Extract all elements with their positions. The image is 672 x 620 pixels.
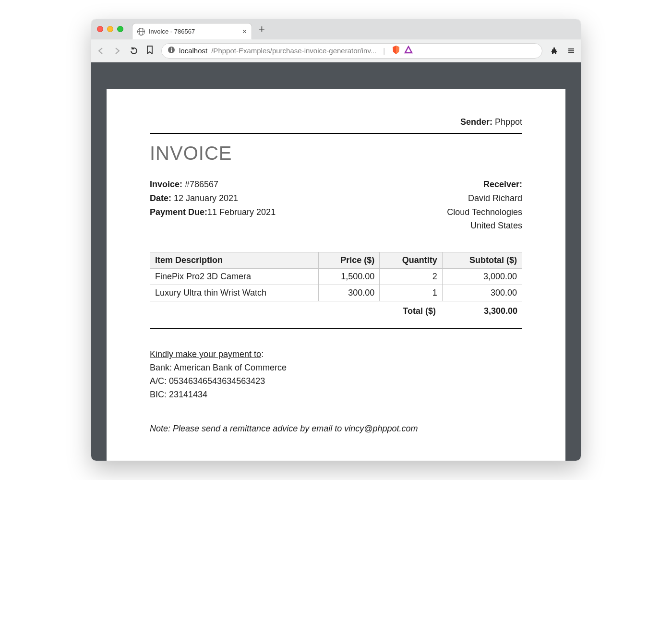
cell-quantity: 2 — [380, 269, 442, 285]
meta-right: Receiver: David Richard Cloud Technologi… — [447, 178, 522, 233]
note: Note: Please send a remittance advice by… — [150, 424, 522, 434]
reload-button[interactable] — [130, 47, 138, 55]
extensions-button[interactable] — [550, 47, 559, 55]
table-row: Luxury Ultra thin Wrist Watch 300.00 1 3… — [150, 285, 522, 301]
payment-account: A/C: 05346346543634563423 — [150, 376, 265, 386]
cell-price: 300.00 — [318, 285, 380, 301]
meta-section: Invoice: #786567 Date: 12 January 2021 P… — [150, 178, 522, 233]
minimize-window-button[interactable] — [107, 26, 113, 32]
col-subtotal: Subtotal ($) — [442, 252, 522, 269]
cell-quantity: 1 — [380, 285, 442, 301]
svg-rect-2 — [171, 48, 172, 49]
site-info-icon[interactable] — [168, 46, 175, 55]
page-title: INVOICE — [150, 143, 522, 164]
maximize-window-button[interactable] — [117, 26, 123, 32]
toolbar: localhost/Phppot-Examples/purchase-invoi… — [91, 39, 581, 62]
items-table: Item Description Price ($) Quantity Subt… — [150, 252, 522, 301]
cell-description: FinePix Pro2 3D Camera — [150, 269, 319, 285]
payment-block: Kindly make your payment to Bank: Americ… — [150, 348, 522, 402]
invoice-number-label: Invoice: — [150, 179, 182, 189]
cell-price: 1,500.00 — [318, 269, 380, 285]
forward-button[interactable] — [113, 47, 121, 55]
svg-rect-4 — [568, 50, 574, 51]
toolbar-right — [550, 47, 575, 55]
tab-title: Invoice - 786567 — [149, 28, 239, 35]
sender-name: Phppot — [495, 117, 522, 127]
cell-description: Luxury Ultra thin Wrist Watch — [150, 285, 319, 301]
receiver-company: Cloud Technologies — [447, 205, 522, 219]
invoice-document: Sender: Phppot INVOICE Invoice: #786567 … — [107, 89, 565, 461]
meta-left: Invoice: #786567 Date: 12 January 2021 P… — [150, 178, 276, 233]
address-bar[interactable]: localhost/Phppot-Examples/purchase-invoi… — [161, 43, 542, 59]
url-path: /Phppot-Examples/purchase-invoice-genera… — [211, 47, 376, 55]
total-label: Total ($) — [403, 306, 436, 316]
receiver-country: United States — [447, 219, 522, 233]
window-controls — [97, 26, 123, 32]
col-quantity: Quantity — [380, 252, 442, 269]
browser-window: Invoice - 786567 × + localhost/Phppot-Ex… — [91, 19, 581, 461]
receiver-name: David Richard — [447, 191, 522, 205]
sender-label: Sender: — [460, 117, 492, 127]
browser-tab[interactable]: Invoice - 786567 × — [132, 23, 252, 39]
svg-rect-5 — [568, 52, 574, 53]
cell-subtotal: 3,000.00 — [442, 269, 522, 285]
close-window-button[interactable] — [97, 26, 103, 32]
payment-due: 11 February 2021 — [207, 207, 276, 217]
svg-rect-3 — [568, 48, 574, 49]
menu-button[interactable] — [567, 47, 575, 55]
receiver-label: Receiver: — [447, 178, 522, 191]
globe-icon — [137, 28, 145, 36]
brave-rewards-icon[interactable] — [404, 46, 413, 56]
invoice-date-label: Date: — [150, 193, 171, 203]
cell-subtotal: 300.00 — [442, 285, 522, 301]
back-button[interactable] — [97, 47, 105, 55]
titlebar: Invoice - 786567 × + — [91, 19, 581, 39]
url-host: localhost — [179, 47, 207, 55]
invoice-date: 12 January 2021 — [174, 193, 238, 203]
new-tab-button[interactable]: + — [252, 23, 272, 36]
invoice-number: #786567 — [185, 179, 218, 189]
payment-heading: Kindly make your payment to — [150, 349, 261, 359]
col-description: Item Description — [150, 252, 319, 269]
payment-due-label: Payment Due: — [150, 207, 207, 217]
svg-rect-1 — [171, 49, 172, 52]
payment-bic: BIC: 23141434 — [150, 390, 207, 399]
divider — [150, 328, 522, 329]
sender-line: Sender: Phppot — [150, 117, 522, 127]
bookmark-button[interactable] — [146, 46, 154, 56]
nav-buttons — [97, 47, 138, 55]
table-header-row: Item Description Price ($) Quantity Subt… — [150, 252, 522, 269]
viewport: Sender: Phppot INVOICE Invoice: #786567 … — [91, 62, 581, 461]
total-value: 3,300.00 — [484, 306, 517, 316]
payment-bank: Bank: American Bank of Commerce — [150, 363, 287, 372]
close-tab-button[interactable]: × — [242, 28, 247, 36]
col-price: Price ($) — [318, 252, 380, 269]
brave-shield-icon[interactable] — [392, 45, 400, 56]
divider — [150, 133, 522, 134]
total-row: Total ($) 3,300.00 — [150, 304, 522, 316]
table-row: FinePix Pro2 3D Camera 1,500.00 2 3,000.… — [150, 269, 522, 285]
